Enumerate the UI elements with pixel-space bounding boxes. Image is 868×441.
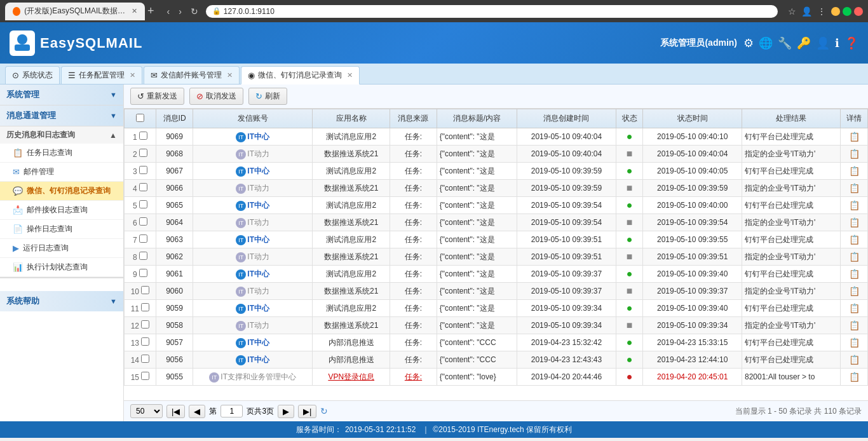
- col-app-name: 应用名称: [313, 109, 390, 128]
- detail-cell[interactable]: 📋: [841, 128, 868, 146]
- page-number-input[interactable]: [220, 405, 243, 417]
- detail-cell[interactable]: 📋: [841, 248, 868, 266]
- row-checkbox[interactable]: [141, 303, 149, 311]
- detail-icon[interactable]: 📋: [849, 269, 860, 279]
- detail-cell[interactable]: 📋: [841, 334, 868, 351]
- settings-icon[interactable]: ⚙: [743, 36, 754, 50]
- detail-cell[interactable]: 📋: [841, 266, 868, 283]
- row-checkbox[interactable]: [139, 269, 147, 277]
- sidebar-item-wechat[interactable]: 💬 微信、钉钉消息记录查询: [0, 182, 123, 201]
- detail-icon[interactable]: 📋: [849, 252, 860, 262]
- source-cell: 任务:: [390, 180, 437, 197]
- row-checkbox[interactable]: [139, 200, 147, 208]
- detail-cell[interactable]: 📋: [841, 197, 868, 214]
- row-checkbox[interactable]: [141, 372, 149, 380]
- cancel-send-button[interactable]: ⊘ 取消发送: [189, 88, 243, 105]
- sidebar-item-mail-mgmt[interactable]: ✉ 邮件管理: [0, 163, 123, 182]
- detail-cell[interactable]: 📋: [841, 146, 868, 163]
- tab-email-close[interactable]: ✕: [227, 71, 233, 79]
- col-create-time: 消息创建时间: [517, 109, 616, 128]
- last-page-button[interactable]: ▶|: [298, 405, 316, 418]
- row-checkbox[interactable]: [141, 320, 149, 329]
- table-refresh-icon[interactable]: ↻: [320, 406, 328, 416]
- select-all-checkbox[interactable]: [136, 114, 144, 122]
- sidebar-item-plan-status[interactable]: 📊 执行计划状态查询: [0, 258, 123, 277]
- row-checkbox[interactable]: [139, 149, 147, 157]
- detail-icon[interactable]: 📋: [849, 166, 860, 176]
- row-checkbox[interactable]: [141, 286, 149, 294]
- detail-icon[interactable]: 📋: [849, 372, 860, 382]
- new-tab-button[interactable]: +: [147, 4, 154, 18]
- sidebar-item-mail-receive[interactable]: 📩 邮件接收日志查询: [0, 201, 123, 220]
- tab-close-icon[interactable]: ✕: [132, 7, 137, 15]
- menu-icon[interactable]: ⋮: [817, 6, 826, 17]
- detail-icon[interactable]: 📋: [849, 183, 860, 193]
- tools-icon[interactable]: 🔧: [778, 36, 792, 50]
- row-checkbox[interactable]: [139, 166, 147, 174]
- back-button[interactable]: ‹: [165, 5, 173, 18]
- address-bar[interactable]: 🔒 127.0.0.1:9110: [206, 5, 778, 18]
- tab-wechat-close[interactable]: ✕: [347, 71, 353, 79]
- detail-icon[interactable]: 📋: [849, 303, 860, 313]
- row-checkbox[interactable]: [141, 355, 149, 363]
- detail-cell[interactable]: 📋: [841, 351, 868, 369]
- next-page-button[interactable]: ▶: [278, 405, 294, 418]
- tab-wechat-dingtalk[interactable]: ◉ 微信、钉钉消息记录查询 ✕: [241, 66, 360, 85]
- detail-cell[interactable]: 📋: [841, 231, 868, 248]
- resend-button[interactable]: ↺ 重新发送: [130, 88, 184, 105]
- detail-cell[interactable]: 📋: [841, 163, 868, 180]
- per-page-select[interactable]: 50 100 200: [130, 404, 163, 418]
- detail-cell[interactable]: 📋: [841, 369, 868, 386]
- tab-system-status[interactable]: ⊙ 系统状态: [5, 66, 60, 84]
- user-icon[interactable]: 👤: [801, 6, 812, 17]
- bookmark-icon[interactable]: ☆: [788, 6, 796, 17]
- sidebar-item-task-log[interactable]: 📋 任务日志查询: [0, 144, 123, 163]
- key-icon[interactable]: 🔑: [797, 36, 811, 50]
- row-checkbox[interactable]: [139, 252, 147, 260]
- row-checkbox[interactable]: [139, 183, 147, 191]
- sidebar-section1-header[interactable]: 系统管理 ▼: [0, 85, 123, 105]
- sidebar-help-header[interactable]: 系统帮助 ▼: [0, 291, 123, 311]
- tab-send-email[interactable]: ✉ 发信邮件账号管理 ✕: [144, 66, 240, 84]
- col-checkbox[interactable]: [125, 109, 156, 128]
- refresh-btn[interactable]: ↻ 刷新: [248, 88, 287, 105]
- first-page-button[interactable]: |◀: [166, 405, 185, 418]
- detail-icon[interactable]: 📋: [849, 337, 860, 348]
- detail-icon[interactable]: 📋: [849, 217, 860, 227]
- info-icon[interactable]: ℹ: [835, 36, 839, 50]
- row-checkbox[interactable]: [139, 217, 147, 226]
- detail-icon[interactable]: 📋: [849, 320, 860, 330]
- detail-icon[interactable]: 📋: [849, 200, 860, 210]
- detail-cell[interactable]: 📋: [841, 214, 868, 231]
- browser-tab[interactable]: (开发版)EasySQLMAIL数据发布... ✕: [5, 3, 145, 20]
- help-icon[interactable]: ❓: [844, 36, 858, 50]
- row-checkbox[interactable]: [141, 337, 149, 346]
- row-checkbox[interactable]: [139, 132, 147, 140]
- detail-icon[interactable]: 📋: [849, 149, 860, 159]
- prev-page-button[interactable]: ◀: [189, 405, 205, 418]
- person-icon[interactable]: 👤: [816, 36, 830, 50]
- refresh-button[interactable]: ↻: [188, 5, 201, 18]
- detail-icon[interactable]: 📋: [849, 286, 860, 296]
- sidebar-section3-header[interactable]: 历史消息和日志查询 ▲: [0, 126, 123, 144]
- forward-button[interactable]: ›: [176, 5, 184, 18]
- close-button[interactable]: [854, 7, 863, 16]
- detail-icon[interactable]: 📋: [849, 355, 860, 365]
- detail-icon[interactable]: 📋: [849, 132, 860, 142]
- detail-cell[interactable]: 📋: [841, 317, 868, 334]
- maximize-button[interactable]: [843, 7, 851, 16]
- detail-cell[interactable]: 📋: [841, 283, 868, 300]
- tab-task-close[interactable]: ✕: [130, 71, 135, 79]
- sidebar-item-run-log[interactable]: ▶ 运行日志查询: [0, 239, 123, 258]
- sidebar-item-operation-log[interactable]: 📄 操作日志查询: [0, 220, 123, 239]
- app-name: VPN登录信息: [328, 372, 374, 381]
- minimize-button[interactable]: [831, 7, 840, 16]
- detail-icon[interactable]: 📋: [849, 234, 860, 245]
- detail-cell[interactable]: 📋: [841, 180, 868, 197]
- sidebar-section2-header[interactable]: 消息通道管理 ▼: [0, 105, 123, 126]
- tab-task-config[interactable]: ☰ 任务配置管理 ✕: [61, 66, 142, 84]
- table-container[interactable]: 消息ID 发信账号 应用名称 消息来源 消息标题/内容 消息创建时间 状态 状态…: [124, 109, 868, 400]
- detail-cell[interactable]: 📋: [841, 300, 868, 317]
- row-checkbox[interactable]: [139, 234, 147, 243]
- globe-icon[interactable]: 🌐: [759, 36, 773, 50]
